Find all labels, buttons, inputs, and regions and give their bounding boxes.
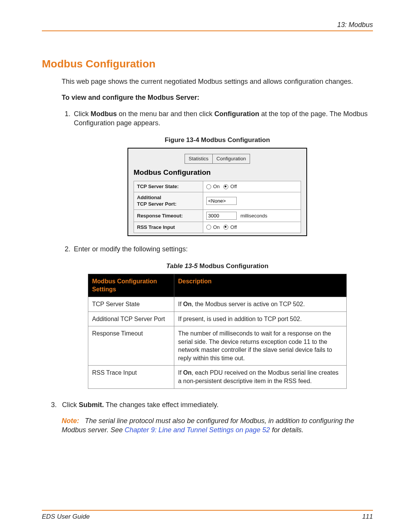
setting-name: Response Timeout: [88, 326, 174, 366]
note-block: Note: The serial line protocol must also…: [62, 416, 373, 435]
setting-name: Additional TCP Server Port: [88, 312, 174, 326]
response-timeout-input[interactable]: [206, 212, 237, 220]
setting-desc: If present, is used in addition to TCP p…: [174, 312, 347, 326]
modbus-config-table: Modbus Configuration Settings Descriptio…: [88, 274, 347, 389]
setting-desc: If On, the Modbus server is active on TC…: [174, 297, 347, 312]
step1-bold2: Configuration: [214, 110, 259, 118]
embedded-ui-figure: StatisticsConfiguration Modbus Configura…: [127, 148, 307, 236]
table-row: Additional TCP Server Port If present, i…: [88, 312, 347, 326]
step-1: Click Modbus on the menu bar and then cl…: [72, 109, 373, 128]
tcp-server-state-label: TCP Server State:: [134, 181, 203, 192]
tab-configuration[interactable]: Configuration: [212, 154, 250, 164]
step3-bold: Submit.: [79, 401, 104, 409]
step3-pre: Click: [62, 401, 79, 409]
step1-bold1: Modbus: [91, 110, 117, 118]
note-label: Note:: [62, 417, 79, 425]
rss-off-label: Off: [230, 224, 237, 231]
setting-name: RSS Trace Input: [88, 366, 174, 388]
table-row: TCP Server State If On, the Modbus serve…: [88, 297, 347, 312]
page-footer: EDS User Guide 111: [42, 510, 373, 521]
response-timeout-label: Response Timeout:: [134, 209, 203, 222]
chapter-marker: 13: Modbus: [42, 21, 373, 29]
setting-desc: If On, each PDU received on the Modbus s…: [174, 366, 347, 388]
step-3: 3. Click Submit. The changes take effect…: [62, 400, 373, 409]
rss-trace-label: RSS Trace Input: [134, 222, 203, 233]
footer-page-number: 111: [362, 513, 373, 521]
top-rule: [42, 30, 373, 31]
page-title: Modbus Configuration: [42, 58, 373, 70]
tab-statistics[interactable]: Statistics: [185, 154, 212, 164]
note-part2: for details.: [270, 426, 303, 434]
setting-desc: The number of milliseconds to wait for a…: [174, 326, 347, 366]
col-header-description: Description: [174, 274, 347, 297]
intro-text: This web page shows the current negotiat…: [62, 77, 373, 86]
step1-pre: Click: [74, 110, 91, 118]
tcp-state-on-radio[interactable]: [206, 184, 211, 189]
table-caption-number: Table 13-5: [166, 262, 198, 270]
note-link[interactable]: Chapter 9: Line and Tunnel Settings on p…: [124, 426, 270, 434]
rss-on-label: On: [213, 224, 220, 231]
figure-caption: Figure 13-4 Modbus Configuration: [62, 136, 373, 145]
tcp-state-on-label: On: [213, 183, 220, 190]
additional-port-input[interactable]: [206, 197, 237, 205]
bottom-rule: [42, 510, 373, 511]
embedded-title: Modbus Configuration: [134, 168, 301, 177]
subheading: To view and configure the Modbus Server:: [62, 93, 373, 102]
tcp-state-off-radio[interactable]: [223, 184, 228, 189]
rss-on-radio[interactable]: [206, 225, 211, 230]
step3-post: The changes take effect immediately.: [104, 401, 218, 409]
footer-guide-title: EDS User Guide: [42, 513, 90, 521]
table-row: Response Timeout The number of milliseco…: [88, 326, 347, 366]
table-caption: Table 13-5 Modbus Configuration: [62, 262, 373, 271]
rss-off-radio[interactable]: [223, 225, 228, 230]
table-caption-title: Modbus Configuration: [198, 262, 268, 270]
additional-port-label: AdditionalTCP Server Port:: [134, 192, 203, 209]
table-row: RSS Trace Input If On, each PDU received…: [88, 366, 347, 388]
tcp-state-off-label: Off: [230, 183, 237, 190]
col-header-settings: Modbus Configuration Settings: [88, 274, 174, 297]
step1-mid: on the menu bar and then click: [117, 110, 214, 118]
step-2: Enter or modify the following settings:: [72, 244, 373, 254]
response-timeout-unit: milliseconds: [241, 213, 268, 219]
setting-name: TCP Server State: [88, 297, 174, 312]
